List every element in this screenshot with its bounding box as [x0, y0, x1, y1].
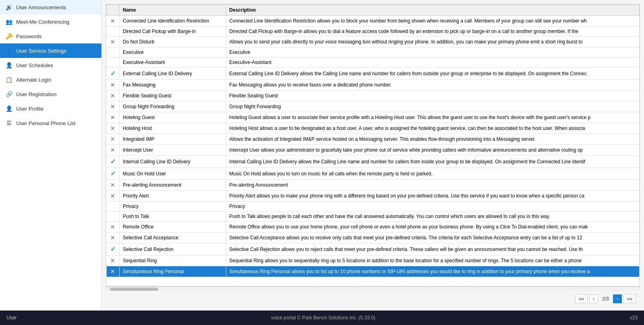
- table-row[interactable]: ✕Fax MessagingFax Messaging allows you t…: [107, 80, 640, 91]
- row-status-icon: ✕: [107, 134, 120, 145]
- table-row[interactable]: ✕Pre-alerting AnnouncementPre-alerting A…: [107, 180, 640, 191]
- next-page-button[interactable]: ›: [613, 294, 622, 303]
- row-name: Hoteling Host: [120, 123, 226, 134]
- row-status-icon: ✕: [107, 123, 120, 134]
- table-row[interactable]: ✓External Calling Line ID DeliveryExtern…: [107, 68, 640, 80]
- user-schedules-icon: 👤: [5, 62, 13, 68]
- table-row[interactable]: ✕Priority AlertPriority Alert allows you…: [107, 191, 640, 202]
- sidebar-item-user-registration[interactable]: 🔗User Registration: [0, 87, 101, 101]
- col-description: Description: [226, 5, 639, 16]
- user-registration-icon: 🔗: [5, 91, 13, 97]
- table-row[interactable]: ✕Flexible Seating GuestFlexible Seating …: [107, 91, 640, 101]
- table-row[interactable]: Push to TalkPush to Talk allows people t…: [107, 212, 640, 222]
- x-icon: ✕: [110, 114, 115, 121]
- row-description: Music On Hold allows you to turn on musi…: [226, 168, 639, 180]
- row-description: Hoteling Host allows a user to be design…: [226, 123, 639, 134]
- table-row[interactable]: Executive-AssistantExecutive-Assistant: [107, 58, 640, 68]
- pagination: «« ‹ 2/3 › »»: [106, 291, 640, 306]
- x-icon: ✕: [110, 224, 115, 230]
- sidebar-item-user-service-settings[interactable]: 👤User Service Settings: [0, 43, 101, 58]
- last-page-button[interactable]: »»: [623, 294, 636, 303]
- table-row[interactable]: ✕Connected Line Identification Restricti…: [107, 16, 640, 27]
- x-icon: ✕: [110, 125, 115, 132]
- sidebar-item-passwords[interactable]: 🔑Passwords: [0, 29, 101, 43]
- table-row[interactable]: Directed Call Pickup with Barge-inDirect…: [107, 27, 640, 37]
- row-description: External Calling Line ID Delivery allows…: [226, 68, 639, 80]
- page-info: 2/3: [600, 295, 611, 303]
- row-name: Directed Call Pickup with Barge-in: [120, 27, 226, 37]
- sidebar-item-alternate-login[interactable]: 📋Alternate Login: [0, 72, 101, 87]
- x-icon: ✕: [110, 147, 115, 153]
- prev-page-button[interactable]: ‹: [589, 294, 598, 303]
- table-row[interactable]: PrivacyPrivacy: [107, 202, 640, 212]
- table-row[interactable]: ✓Music On Hold UserMusic On Hold allows …: [107, 168, 640, 180]
- row-status-icon: ✕: [107, 145, 120, 156]
- row-status-icon: [107, 58, 120, 68]
- table-row[interactable]: ✕Group Night ForwardingGroup Night Forwa…: [107, 101, 640, 112]
- table-row[interactable]: ✕Sequential RingSequential Ring allows y…: [107, 255, 640, 266]
- x-icon: ✕: [110, 103, 115, 110]
- sidebar-item-user-announcements[interactable]: 🔊User Announcements: [0, 0, 101, 14]
- row-status-icon: ✕: [107, 232, 120, 243]
- row-status-icon: ✓: [107, 243, 120, 255]
- row-status-icon: ✕: [107, 222, 120, 232]
- table-row[interactable]: ✕Simultaneous Ring PersonalSimultaneous …: [107, 266, 640, 277]
- row-name: Intercept User: [120, 145, 226, 156]
- table-row[interactable]: ExecutiveExecutive: [107, 47, 640, 58]
- row-name: Fax Messaging: [120, 80, 226, 91]
- row-name: Simultaneous Ring Personal: [120, 266, 226, 277]
- sidebar-item-user-personal-phone-list[interactable]: ☰User Personal Phone List: [0, 116, 101, 130]
- table-row[interactable]: ✓Selective Call RejectionSelective Call …: [107, 243, 640, 255]
- x-icon: ✕: [110, 39, 115, 45]
- row-name: Group Night Forwarding: [120, 101, 226, 112]
- first-page-button[interactable]: ««: [575, 294, 588, 303]
- sidebar-item-user-profile[interactable]: 👤User Profile: [0, 101, 101, 116]
- row-name: Privacy: [120, 202, 226, 212]
- table-row[interactable]: ✕Remote OfficeRemote Office allows you t…: [107, 222, 640, 232]
- check-icon: ✓: [110, 158, 116, 165]
- footer-center: voice portal © Park Bench Solutions Inc.…: [271, 315, 376, 321]
- row-status-icon: [107, 212, 120, 222]
- table-row[interactable]: ✕Hoteling GuestHoteling Guest allows a u…: [107, 112, 640, 123]
- sidebar: 🔊User Announcements👥Meet-Me Conferencing…: [0, 0, 102, 311]
- x-icon: ✕: [110, 136, 115, 142]
- table-row[interactable]: ✕Intercept UserIntercept User allows you…: [107, 145, 640, 156]
- row-description: Intercept User allows your administrator…: [226, 145, 639, 156]
- col-name: Name: [120, 5, 226, 16]
- row-name: Pre-alerting Announcement: [120, 180, 226, 191]
- table-row[interactable]: ✕Selective Call AcceptanceSelective Call…: [107, 232, 640, 243]
- row-status-icon: ✓: [107, 168, 120, 180]
- sidebar-item-meet-me-conferencing[interactable]: 👥Meet-Me Conferencing: [0, 14, 101, 29]
- scrollbar-thumb[interactable]: [110, 288, 158, 291]
- service-table-container[interactable]: Name Description ✕Connected Line Identif…: [106, 4, 640, 286]
- col-status: [107, 5, 120, 16]
- footer-user-label: User: [6, 315, 17, 321]
- row-status-icon: ✕: [107, 101, 120, 112]
- sidebar-item-label-meet-me-conferencing: Meet-Me Conferencing: [16, 19, 69, 25]
- row-description: Remote Office allows you to use your hom…: [226, 222, 639, 232]
- meet-me-conferencing-icon: 👥: [5, 19, 13, 25]
- sidebar-item-user-schedules[interactable]: 👤User Schedules: [0, 58, 101, 72]
- row-name: Executive: [120, 47, 226, 58]
- footer: User voice portal © Park Bench Solutions…: [0, 311, 644, 325]
- row-description: Simultaneous Ring Personal allows you to…: [226, 266, 639, 277]
- row-description: Executive-Assistant: [226, 58, 639, 68]
- row-status-icon: ✕: [107, 16, 120, 27]
- user-personal-phone-list-icon: ☰: [5, 120, 13, 126]
- table-row[interactable]: ✕Do Not DisturbAllows you to send your c…: [107, 37, 640, 47]
- table-row[interactable]: ✕Integrated IMPAllows the activation of …: [107, 134, 640, 145]
- x-icon: ✕: [110, 93, 115, 99]
- row-status-icon: ✕: [107, 191, 120, 202]
- row-name: Selective Call Acceptance: [120, 232, 226, 243]
- table-row[interactable]: ✓Internal Calling Line ID DeliveryIntern…: [107, 156, 640, 168]
- row-description: Hoteling Guest allows a user to associat…: [226, 112, 639, 123]
- table-row[interactable]: ✕Hoteling HostHoteling Host allows a use…: [107, 123, 640, 134]
- sidebar-item-label-alternate-login: Alternate Login: [16, 77, 51, 83]
- check-icon: ✓: [110, 170, 116, 177]
- x-icon: ✕: [110, 182, 115, 188]
- row-name: Sequential Ring: [120, 255, 226, 266]
- row-description: Sequential Ring allows you to sequential…: [226, 255, 639, 266]
- user-profile-icon: 👤: [5, 105, 13, 112]
- horizontal-scrollbar[interactable]: [106, 286, 640, 291]
- service-table: Name Description ✕Connected Line Identif…: [106, 4, 640, 277]
